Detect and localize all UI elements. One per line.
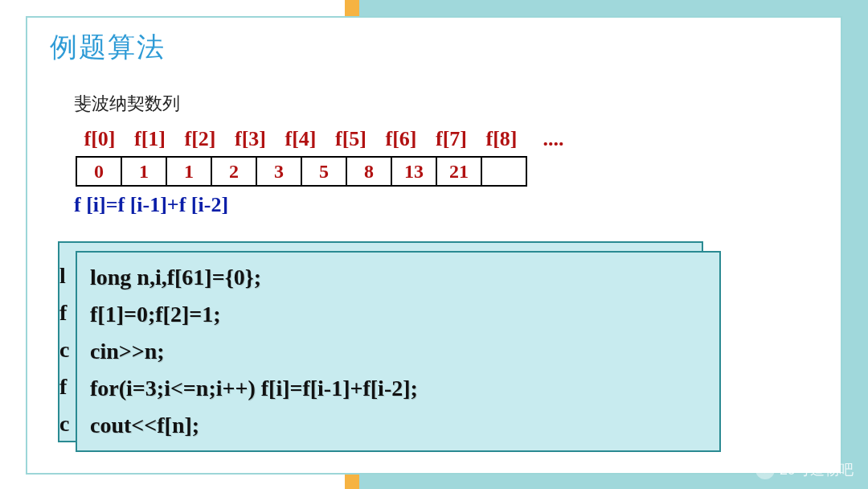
array-header-cell: f[5] bbox=[329, 127, 374, 151]
array-table: 0 1 1 2 3 5 8 13 21 bbox=[76, 156, 527, 187]
code-block: long n,i,f[61]={0}; f[1]=0;f[2]=1; cin>>… bbox=[76, 251, 721, 452]
array-header-cell: f[7] bbox=[429, 127, 474, 151]
array-header-cell: f[2] bbox=[178, 127, 223, 151]
array-cell: 8 bbox=[346, 157, 391, 186]
array-header-cell: f[4] bbox=[278, 127, 323, 151]
watermark-text: 29号造物吧 bbox=[780, 460, 854, 479]
code-line: for(i=3;i<=n;i++) f[i]=f[i-1]+f[i-2]; bbox=[90, 370, 706, 407]
array-header-cell: f[6] bbox=[379, 127, 424, 151]
array-cell: 21 bbox=[436, 157, 481, 186]
array-header-cell: f[1] bbox=[128, 127, 173, 151]
array-header-cell: f[8] bbox=[479, 127, 524, 151]
array-header-cell: f[3] bbox=[228, 127, 273, 151]
table-row: 0 1 1 2 3 5 8 13 21 bbox=[76, 157, 526, 186]
slide-title: 例题算法 bbox=[50, 29, 166, 66]
code-line: f[1]=0;f[2]=1; bbox=[90, 296, 706, 333]
wechat-icon: ✦ bbox=[755, 460, 775, 479]
array-cell: 0 bbox=[76, 157, 121, 186]
array-header-cell: f[0] bbox=[77, 127, 122, 151]
code-underlay-hints: l f c f c bbox=[59, 251, 76, 442]
watermark: ✦ 29号造物吧 bbox=[755, 460, 854, 479]
code-line: long n,i,f[61]={0}; bbox=[90, 259, 706, 296]
array-cell: 1 bbox=[121, 157, 166, 186]
array-cell-empty bbox=[481, 157, 526, 186]
slide: 例题算法 斐波纳契数列 f[0] f[1] f[2] f[3] f[4] f[5… bbox=[26, 16, 842, 475]
slide-subtitle: 斐波纳契数列 bbox=[74, 92, 180, 116]
array-cell: 3 bbox=[256, 157, 301, 186]
array-cell: 1 bbox=[166, 157, 211, 186]
array-cell: 5 bbox=[301, 157, 346, 186]
array-cell: 13 bbox=[391, 157, 436, 186]
array-header-ellipsis: .... bbox=[530, 127, 578, 151]
array-header-row: f[0] f[1] f[2] f[3] f[4] f[5] f[6] f[7] … bbox=[77, 127, 578, 151]
recurrence-formula: f [i]=f [i-1]+f [i-2] bbox=[74, 193, 228, 217]
code-line: cin>>n; bbox=[90, 333, 706, 370]
stage: 例题算法 斐波纳契数列 f[0] f[1] f[2] f[3] f[4] f[5… bbox=[0, 0, 868, 489]
code-line: cout<<f[n]; bbox=[90, 407, 706, 444]
array-cell: 2 bbox=[211, 157, 256, 186]
